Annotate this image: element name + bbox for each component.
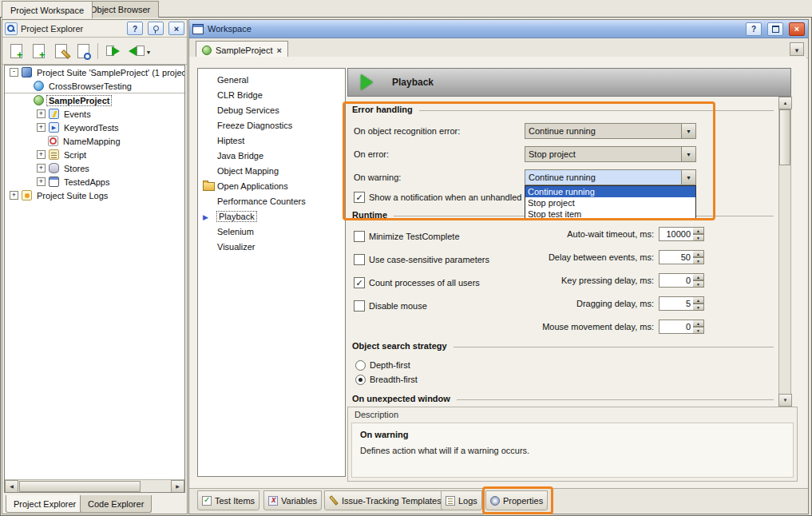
spin-up-icon[interactable] [693, 320, 704, 327]
category-performance-counters[interactable]: Performance Counters [198, 193, 345, 208]
mouse-movement-delay-spinner[interactable] [693, 320, 704, 334]
toolbar-overflow-button[interactable] [147, 46, 150, 56]
tab-project-explorer[interactable]: Project Explorer [6, 495, 84, 513]
auto-wait-timeout-input[interactable]: 10000 [659, 227, 694, 241]
category-java-bridge[interactable]: Java Bridge [198, 148, 345, 163]
spin-down-icon[interactable] [693, 280, 704, 288]
scroll-right-button[interactable] [171, 480, 184, 493]
close-button[interactable] [789, 22, 805, 36]
tab-properties[interactable]: Properties [485, 490, 548, 510]
on-error-select[interactable]: Stop project [525, 146, 696, 162]
on-warning-select[interactable]: Continue running [525, 169, 696, 185]
pin-button[interactable] [148, 22, 164, 35]
count-processes-checkbox[interactable] [354, 277, 365, 288]
key-pressing-delay-spinner[interactable] [693, 273, 704, 288]
category-visualizer[interactable]: Visualizer [198, 239, 345, 254]
tab-test-items[interactable]: Test Items [197, 490, 259, 510]
expand-icon[interactable] [37, 164, 46, 173]
scroll-down-button[interactable] [778, 394, 792, 407]
category-freeze-diagnostics[interactable]: Freeze Diagnostics [198, 117, 345, 133]
spin-down-icon[interactable] [693, 257, 704, 264]
category-debug-services[interactable]: Debug Services [198, 102, 345, 117]
dropdown-arrow-icon[interactable] [681, 170, 695, 185]
close-tab-icon[interactable] [277, 46, 282, 55]
add-project-suite-button[interactable] [6, 41, 26, 62]
vertical-scrollbar[interactable] [778, 97, 791, 407]
tree-item-events[interactable]: Events [5, 107, 184, 121]
category-clr-bridge[interactable]: CLR Bridge [198, 87, 345, 102]
maximize-button[interactable] [767, 22, 783, 36]
category-selenium[interactable]: Selenium [198, 224, 345, 239]
spin-down-icon[interactable] [693, 304, 704, 311]
disable-mouse-checkbox[interactable] [354, 300, 365, 312]
add-project-button[interactable] [28, 41, 49, 62]
case-sensitive-parameters-checkbox[interactable] [354, 254, 365, 265]
dropdown-arrow-icon[interactable] [681, 124, 695, 138]
breadth-first-radio[interactable] [355, 375, 366, 385]
tab-project-workspace[interactable]: Project Workspace [2, 1, 93, 18]
tab-issue-tracking-templates[interactable]: Issue-Tracking Templates [324, 490, 446, 510]
tree-item-project-suite[interactable]: Project Suite 'SampleProject' (1 project… [5, 65, 184, 79]
document-list-dropdown[interactable] [790, 42, 804, 56]
dragging-delay-input[interactable]: 5 [659, 296, 694, 311]
delay-between-events-input[interactable]: 50 [659, 250, 694, 264]
tree-item-stores[interactable]: Stores [5, 161, 184, 175]
edit-item-button[interactable] [50, 41, 71, 62]
spin-up-icon[interactable] [693, 227, 704, 234]
import-button[interactable] [102, 41, 123, 62]
expand-icon[interactable] [10, 191, 18, 200]
on-object-recognition-error-select[interactable]: Continue running [525, 123, 696, 139]
tree-item-namemapping[interactable]: NameMapping [5, 134, 184, 148]
tab-object-browser[interactable]: Object Browser [81, 1, 159, 18]
category-open-applications[interactable]: Open Applications [198, 178, 345, 193]
tab-code-explorer[interactable]: Code Explorer [80, 495, 152, 513]
dropdown-option-continue-running[interactable]: Continue running [525, 186, 695, 197]
category-object-mapping[interactable]: Object Mapping [198, 163, 345, 178]
expand-icon[interactable] [37, 123, 46, 132]
category-playback[interactable]: Playback [198, 208, 345, 224]
help-button[interactable] [746, 22, 762, 36]
dropdown-option-stop-test-item[interactable]: Stop test item [525, 208, 695, 220]
expand-icon[interactable] [37, 109, 46, 118]
help-button[interactable] [127, 22, 143, 35]
tree-item-project-suite-logs[interactable]: Project Suite Logs [5, 189, 184, 202]
expand-icon[interactable] [37, 150, 46, 159]
tree-item-testedapps[interactable]: TestedApps [5, 175, 184, 189]
key-pressing-delay-input[interactable]: 0 [659, 273, 694, 288]
minimize-testcomplete-checkbox[interactable] [354, 231, 365, 242]
scrollbar-thumb[interactable] [779, 109, 790, 165]
auto-wait-timeout-spinner[interactable] [693, 227, 704, 241]
tab-sampleproject-document[interactable]: SampleProject [196, 41, 288, 58]
find-in-explorer-button[interactable] [73, 41, 93, 62]
spin-up-icon[interactable] [693, 273, 704, 280]
workspace-titlebar[interactable]: Workspace [189, 20, 808, 38]
category-hiptest[interactable]: Hiptest [198, 133, 345, 148]
collapse-icon[interactable] [10, 68, 18, 77]
dropdown-option-stop-project[interactable]: Stop project [525, 197, 695, 208]
dragging-delay-spinner[interactable] [693, 296, 704, 311]
notification-checkbox[interactable] [354, 192, 365, 203]
tab-logs[interactable]: Logs [441, 490, 482, 510]
mouse-movement-delay-input[interactable]: 0 [659, 320, 694, 334]
scroll-left-button[interactable] [5, 480, 18, 493]
scrollbar-thumb[interactable] [19, 481, 141, 492]
scroll-up-button[interactable] [778, 97, 792, 109]
spin-down-icon[interactable] [693, 327, 704, 334]
close-panel-button[interactable] [168, 22, 184, 35]
tree-item-script[interactable]: Script [5, 148, 184, 161]
tree-item-keywordtests[interactable]: KeywordTests [5, 121, 184, 134]
expand-icon[interactable] [37, 177, 46, 186]
tree-item-crossbrowsertesting[interactable]: CrossBrowserTesting [5, 79, 184, 93]
dropdown-arrow-icon[interactable] [681, 147, 695, 161]
export-button[interactable] [125, 41, 145, 62]
spin-up-icon[interactable] [693, 296, 704, 304]
tab-variables[interactable]: Variables [263, 490, 322, 510]
depth-first-radio[interactable] [355, 360, 366, 371]
horizontal-scrollbar[interactable] [5, 479, 184, 492]
spin-up-icon[interactable] [693, 250, 704, 257]
on-warning-dropdown-list[interactable]: Continue running Stop project Stop test … [525, 185, 696, 220]
spin-down-icon[interactable] [693, 234, 704, 241]
delay-between-events-spinner[interactable] [693, 250, 704, 264]
category-general[interactable]: General [198, 72, 345, 87]
tree-item-sampleproject[interactable]: SampleProject [5, 93, 184, 107]
